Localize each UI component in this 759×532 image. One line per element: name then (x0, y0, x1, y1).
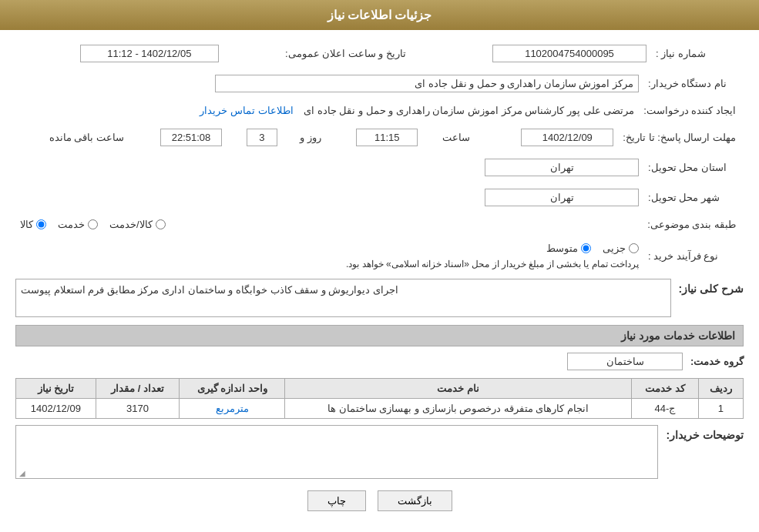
date-value: 1402/12/05 - 11:12 (80, 45, 219, 62)
col-header-qty: تعداد / مقدار (96, 379, 180, 399)
remaining-time-value: 22:51:08 (160, 129, 222, 146)
buyer-desc-label: توضیحات خریدار: (666, 429, 744, 441)
province-value: تهران (485, 159, 639, 176)
back-button[interactable]: بازگشت (378, 490, 452, 511)
cell-unit: مترمربع (180, 399, 285, 419)
radio-kala-khadamat-input[interactable] (156, 219, 166, 229)
radio-kala-label: کالا (20, 219, 33, 230)
radio-kala[interactable]: کالا (20, 219, 46, 230)
need-description-value: اجرای دیواریوش و سقف کاذب خوابگاه و ساخت… (21, 284, 398, 296)
reply-deadline-label: مهلت ارسال پاسخ: تا تاریخ: (623, 132, 736, 143)
print-button[interactable]: چاپ (307, 490, 366, 511)
radio-jazee-label: جزیی (603, 243, 626, 254)
radio-motavasset[interactable]: متوسط (546, 243, 591, 254)
remaining-suffix: ساعت باقی مانده (49, 132, 124, 143)
resize-handle: ◢ (18, 469, 25, 477)
radio-jazee-input[interactable] (629, 243, 639, 253)
cell-service-code: ج-44 (632, 399, 699, 419)
cell-service-name: انجام کارهای متفرقه درخصوص بازسازی و بهس… (285, 399, 632, 419)
radio-kala-khadamat[interactable]: کالا/خدمت (109, 219, 166, 230)
col-header-unit: واحد اندازه گیری (180, 379, 285, 399)
reply-time-value: 11:15 (356, 129, 418, 146)
need-number-value: 1102004754000095 (492, 45, 646, 62)
city-value: تهران (485, 189, 639, 206)
services-section-title: اطلاعات خدمات مورد نیاز (15, 325, 744, 346)
radio-kala-input[interactable] (36, 219, 46, 229)
table-row: 1 ج-44 انجام کارهای متفرقه درخصوص بازساز… (16, 399, 744, 419)
page-header: جزئیات اطلاعات نیاز (0, 0, 759, 30)
col-header-row: ردیف (698, 379, 743, 399)
cell-date: 1402/12/09 (16, 399, 96, 419)
radio-motavasset-label: متوسط (546, 243, 578, 254)
services-table: ردیف کد خدمت نام خدمت واحد اندازه گیری ت… (15, 378, 744, 419)
radio-jazee[interactable]: جزیی (603, 243, 639, 254)
need-description-label: شرح کلی نیاز: (679, 283, 744, 295)
radio-kala-khadamat-label: کالا/خدمت (109, 219, 153, 230)
buyer-desc-box[interactable]: ◢ (15, 425, 658, 479)
cell-quantity: 3170 (96, 399, 180, 419)
category-label: طبقه بندی موضوعی: (647, 219, 736, 230)
requester-value: مرتضی علی پور کارشناس مرکز اموزش سازمان … (304, 105, 634, 116)
col-header-name: نام خدمت (285, 379, 632, 399)
province-label: استان محل تحویل: (648, 162, 727, 173)
requester-label: ایجاد کننده درخواست: (643, 105, 736, 116)
service-group-label: گروه خدمت: (690, 356, 744, 367)
remaining-day-value: 3 (247, 129, 277, 146)
service-group-value: ساختمان (567, 353, 683, 370)
process-note: پرداخت تمام یا بخشی از مبلغ خریدار از مح… (346, 259, 639, 269)
city-label: شهر محل تحویل: (648, 192, 720, 203)
remaining-day-label: روز و (300, 132, 321, 143)
contact-link[interactable]: اطلاعات تماس خریدار (200, 105, 293, 116)
radio-khadamat-label: خدمت (58, 219, 85, 230)
buyer-name-label: نام دستگاه خریدار: (648, 78, 727, 89)
radio-khadamat-input[interactable] (88, 219, 98, 229)
need-description-box: اجرای دیواریوش و سقف کاذب خوابگاه و ساخت… (15, 279, 671, 317)
buyer-name-value: مرکز اموزش سازمان راهداری و حمل و نقل جا… (215, 75, 639, 92)
reply-date-value: 1402/12/09 (521, 129, 613, 146)
col-header-date: تاریخ نیاز (16, 379, 96, 399)
reply-time-label: ساعت (442, 132, 470, 143)
col-header-code: کد خدمت (632, 379, 699, 399)
cell-row-num: 1 (698, 399, 743, 419)
need-number-label: شماره نیاز : (656, 48, 706, 59)
page-title: جزئیات اطلاعات نیاز (327, 8, 432, 22)
radio-khadamat[interactable]: خدمت (58, 219, 98, 230)
process-label: نوع فرآیند خرید : (648, 250, 718, 262)
date-label: تاریخ و ساعت اعلان عمومی: (285, 48, 406, 59)
radio-motavasset-input[interactable] (581, 243, 591, 253)
